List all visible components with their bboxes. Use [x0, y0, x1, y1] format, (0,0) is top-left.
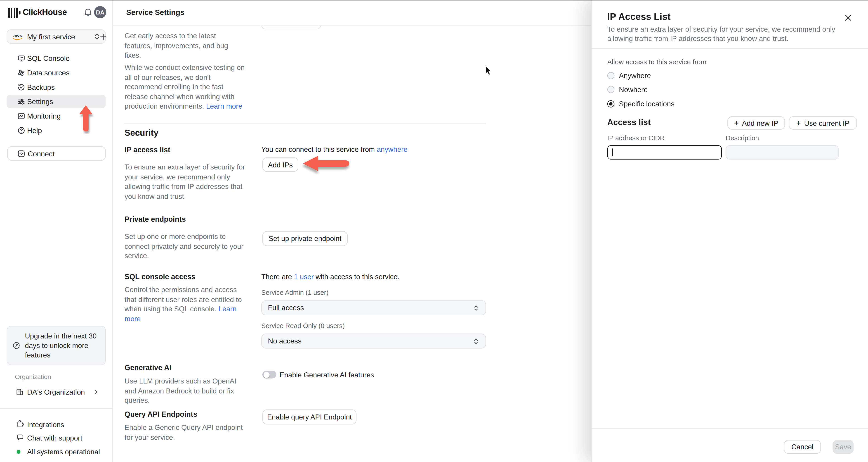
status-green-dot	[17, 450, 20, 454]
access-list-title: Access list	[608, 117, 651, 127]
integrations-puzzle-icon	[16, 420, 24, 428]
private-endpoints-description: Set up one or more endpoints to connect …	[125, 232, 250, 261]
sql-console-description: Control the permissions and access that …	[125, 285, 248, 324]
ip-access-list-panel: IP Access List To ensure an extra layer …	[591, 0, 868, 462]
window-top-edge	[0, 0, 868, 0]
ip-cidr-input-field[interactable]	[608, 146, 721, 159]
generative-ai-toggle-label: Enable Generative AI features	[280, 371, 374, 379]
panel-description: To ensure an extra layer of security for…	[608, 25, 858, 43]
clickhouse-logo-icon	[8, 8, 21, 18]
radio-anywhere[interactable]: Anywhere	[608, 71, 651, 80]
sql-console-access-label: SQL console access	[125, 272, 195, 281]
page-header: Service Settings	[112, 0, 597, 26]
sidebar-item-help[interactable]: Help	[0, 123, 112, 138]
panel-divider	[592, 48, 868, 49]
main-content: Service Settings Get early access to the…	[112, 0, 597, 462]
organization-building-icon	[16, 388, 24, 396]
brand-row: ClickHouse DA	[0, 5, 112, 20]
clock-icon	[12, 341, 21, 350]
release-channel-paragraph-2: While we conduct extensive testing on al…	[125, 63, 246, 111]
brand-name: ClickHouse	[23, 7, 67, 17]
sidebar-nav: SQL Console Data sources Backups Setting…	[0, 51, 112, 137]
notifications-bell-icon[interactable]	[83, 8, 93, 18]
plus-icon: +	[796, 119, 801, 127]
sidebar-item-monitoring[interactable]: Monitoring	[0, 109, 112, 123]
generative-ai-toggle[interactable]	[262, 371, 276, 378]
sidebar-item-backups[interactable]: Backups	[0, 80, 112, 94]
generative-ai-description: Use LLM providers such as OpenAI and Ama…	[125, 376, 248, 405]
status-text: All systems operational	[27, 448, 100, 456]
chevron-right-icon	[92, 388, 99, 396]
system-status-row[interactable]: All systems operational	[0, 445, 112, 458]
one-user-link[interactable]: 1 user	[294, 272, 314, 281]
private-endpoints-label: Private endpoints	[125, 215, 186, 223]
annotation-arrow-left	[302, 156, 351, 174]
connect-from-text: You can connect to this service from any…	[261, 145, 408, 154]
text-caret	[612, 148, 613, 156]
organization-section-label: Organization	[15, 374, 51, 380]
add-service-button[interactable]	[98, 31, 107, 42]
query-api-label: Query API Endpoints	[125, 410, 197, 418]
security-section-title: Security	[125, 128, 158, 138]
service-readonly-label: Service Read Only (0 users)	[261, 322, 345, 330]
sidebar-divider	[0, 408, 112, 409]
sidebar: ClickHouse DA aws My first service SQL C…	[0, 0, 113, 462]
sidebar-item-sql-console[interactable]: SQL Console	[0, 51, 112, 65]
cancel-button[interactable]: Cancel	[784, 440, 821, 454]
add-new-ip-button[interactable]: + Add new IP	[727, 116, 785, 129]
query-api-description: Enable a Generic Query API endpoint for …	[125, 423, 250, 442]
service-selector[interactable]: aws My first service	[6, 29, 105, 44]
ip-cidr-label: IP address or CIDR	[608, 134, 665, 142]
sql-users-text: There are 1 user with access to this ser…	[261, 272, 399, 281]
data-sources-icon	[17, 68, 26, 77]
chat-bubble-icon	[16, 433, 24, 442]
anywhere-link[interactable]: anywhere	[377, 145, 408, 154]
upgrade-notice[interactable]: Upgrade in the next 30 days to unlock mo…	[6, 326, 105, 365]
use-current-ip-button[interactable]: + Use current IP	[789, 116, 857, 129]
ip-access-description: To ensure an extra layer of security for…	[125, 163, 246, 201]
service-admin-label: Service Admin (1 user)	[261, 289, 329, 296]
save-button[interactable]: Save	[833, 440, 854, 454]
service-readonly-select[interactable]: No access	[261, 334, 486, 348]
service-selector-label: My first service	[27, 32, 94, 41]
monitoring-chart-icon	[17, 112, 26, 120]
allow-access-label: Allow access to this service from	[608, 58, 706, 66]
chevron-updown-icon	[473, 337, 479, 345]
radio-specific-locations[interactable]: Specific locations	[608, 99, 675, 108]
sidebar-item-data-sources[interactable]: Data sources	[0, 65, 112, 80]
aws-logo-icon: aws	[12, 33, 23, 40]
service-admin-select[interactable]: Full access	[261, 300, 486, 315]
close-icon[interactable]	[842, 12, 854, 23]
page-title: Service Settings	[126, 8, 184, 17]
settings-sliders-icon	[17, 97, 26, 106]
generative-ai-label: Generative AI	[125, 364, 171, 372]
panel-title: IP Access List	[608, 11, 671, 23]
section-divider	[125, 123, 486, 123]
user-avatar[interactable]: DA	[94, 6, 106, 18]
description-input-field[interactable]	[726, 146, 838, 159]
help-question-icon	[17, 126, 26, 135]
radio-circle-selected	[608, 100, 615, 107]
description-label: Description	[726, 134, 759, 142]
radio-circle	[608, 72, 615, 79]
ip-access-list-label: IP access list	[125, 146, 170, 154]
organization-name: DA's Organization	[27, 388, 85, 396]
panel-footer-divider	[592, 428, 868, 429]
learn-more-link[interactable]: Learn more	[206, 102, 242, 111]
sidebar-item-settings[interactable]: Settings	[0, 94, 112, 109]
connect-button[interactable]: Connect	[7, 146, 106, 161]
setup-private-endpoint-button[interactable]: Set up private endpoint	[262, 231, 348, 246]
sql-console-icon	[17, 54, 26, 62]
radio-circle	[608, 86, 615, 93]
description-input[interactable]	[726, 145, 839, 160]
connect-wifi-icon	[17, 149, 26, 158]
upgrade-notice-text: Upgrade in the next 30 days to unlock mo…	[25, 331, 100, 359]
add-ips-button[interactable]: Add IPs	[262, 157, 298, 172]
ip-cidr-input[interactable]	[608, 145, 722, 160]
radio-nowhere[interactable]: Nowhere	[608, 85, 648, 94]
enable-query-api-button[interactable]: Enable query API Endpoint	[262, 409, 356, 425]
sidebar-item-integrations[interactable]: Integrations	[0, 418, 112, 431]
organization-row[interactable]: DA's Organization	[0, 385, 112, 399]
chevron-updown-icon	[473, 304, 479, 312]
sidebar-item-chat-support[interactable]: Chat with support	[0, 431, 112, 444]
